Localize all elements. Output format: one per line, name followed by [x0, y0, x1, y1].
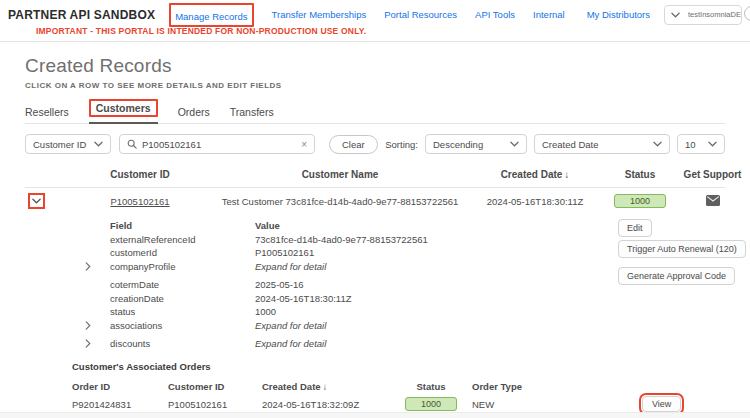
col-order-created-date[interactable]: Created Date↓	[262, 381, 400, 392]
main-nav: Manage Records Transfer Memberships Port…	[169, 3, 565, 27]
detail-field: associations	[110, 319, 255, 333]
sort-by-select[interactable]: Created Date	[534, 134, 670, 154]
chevron-down-icon	[94, 141, 103, 147]
detail-value: 2024-05-16T18:30:11Z	[255, 292, 725, 306]
app-title: PARTNER API SANDBOX	[8, 8, 155, 22]
search-icon	[127, 139, 137, 149]
view-order-button[interactable]: View	[642, 396, 681, 412]
detail-row-associations[interactable]: associations Expand for detail	[85, 319, 725, 333]
customers-tab-highlight: Customers	[89, 99, 158, 117]
sort-direction-select[interactable]: Descending	[425, 134, 527, 154]
customer-row[interactable]: P1005102161 Test Customer 73c81fce-d14b-…	[25, 188, 725, 214]
page-subtitle: CLICK ON A ROW TO SEE MORE DETAILS AND E…	[25, 81, 725, 90]
detail-field: status	[110, 305, 255, 319]
customer-id-link[interactable]: P1005102161	[110, 196, 169, 207]
tab-customers-label: Customers	[96, 102, 151, 114]
detail-field: externalReferenceId	[110, 233, 255, 247]
col-order-id: Order ID	[72, 381, 168, 392]
chevron-down-icon	[671, 12, 680, 18]
orders-table-header: Order ID Customer ID Created Date↓ Statu…	[72, 381, 725, 392]
col-order-status: Status	[400, 381, 462, 392]
get-support-mail-icon[interactable]	[706, 195, 720, 206]
edit-button[interactable]: Edit	[618, 219, 652, 237]
detail-field-col: Field	[110, 219, 255, 233]
clear-button[interactable]: Clear	[329, 135, 378, 154]
distributor-value: testInsomniaDE	[688, 10, 741, 19]
col-customer-name: Customer Name	[215, 169, 465, 180]
main-content: Created Records CLICK ON A ROW TO SEE MO…	[0, 55, 750, 418]
manage-records-highlight: Manage Records	[169, 3, 253, 27]
detail-field: companyProfile	[110, 260, 255, 274]
chevron-down-icon	[510, 141, 519, 147]
tab-transfers[interactable]: Transfers	[230, 106, 274, 123]
sorting-label: Sorting:	[385, 139, 418, 150]
detail-action-buttons: Edit Trigger Auto Renewal (120) Generate…	[618, 219, 746, 285]
detail-row-status: status 1000	[85, 305, 725, 319]
topbar-right: My Distributors testInsomniaDE	[587, 5, 742, 25]
tab-resellers[interactable]: Resellers	[25, 106, 69, 123]
customer-detail-panel: Field Value externalReferenceId 73c81fce…	[85, 219, 725, 351]
tab-orders[interactable]: Orders	[178, 106, 210, 123]
record-type-tabs: Resellers Customers Orders Transfers	[25, 99, 725, 124]
col-order-type: Order Type	[462, 381, 642, 392]
associated-orders-title: Customer's Associated Orders	[72, 361, 725, 372]
col-order-customer-id: Customer ID	[168, 381, 262, 392]
header-divider	[0, 41, 750, 42]
col-created-date-label: Created Date	[501, 169, 563, 180]
detail-row-discounts[interactable]: discounts Expand for detail	[85, 337, 725, 351]
col-created-date[interactable]: Created Date↓	[465, 169, 605, 180]
order-type-cell: NEW	[462, 399, 642, 410]
order-customer-cell: P1005102161	[168, 399, 262, 410]
status-badge: 1000	[405, 397, 457, 411]
sort-descending-icon: ↓	[564, 169, 569, 180]
generate-approval-code-button[interactable]: Generate Approval Code	[618, 267, 735, 285]
distributor-select[interactable]: testInsomniaDE	[664, 5, 742, 25]
search-field-select[interactable]: Customer ID	[25, 134, 111, 154]
nav-internal[interactable]: Internal	[533, 9, 565, 20]
col-status: Status	[605, 169, 675, 180]
status-badge: 1000	[614, 194, 666, 208]
detail-row-creationDate: creationDate 2024-05-16T18:30:11Z	[85, 292, 725, 306]
sort-direction-value: Descending	[433, 139, 483, 150]
col-order-created-label: Created Date	[262, 381, 321, 392]
page-title: Created Records	[25, 55, 725, 77]
customer-name-cell: Test Customer 73c81fce-d14b-4ad0-9e77-88…	[215, 196, 465, 207]
detail-field: discounts	[110, 337, 255, 351]
chevron-right-icon[interactable]	[85, 319, 110, 333]
chevron-right-icon[interactable]	[85, 260, 110, 274]
clear-search-icon[interactable]: ×	[301, 139, 307, 150]
chevron-right-icon[interactable]	[85, 337, 110, 351]
nav-portal-resources[interactable]: Portal Resources	[384, 9, 457, 20]
detail-value-expandable[interactable]: Expand for detail	[255, 319, 725, 333]
sort-descending-icon: ↓	[323, 381, 328, 392]
chevron-down-icon	[653, 141, 662, 147]
bottom-section-edge	[0, 412, 750, 418]
col-customer-id: Customer ID	[65, 169, 215, 180]
customers-table-header: Customer ID Customer Name Created Date↓ …	[25, 169, 725, 180]
filter-row: Customer ID × Clear Sorting: Descending …	[25, 134, 725, 154]
nav-manage-records[interactable]: Manage Records	[175, 11, 247, 22]
search-field-value: Customer ID	[33, 139, 86, 150]
detail-value: 1000	[255, 305, 725, 319]
row-expander-chevron[interactable]	[28, 193, 45, 209]
col-get-support: Get Support	[675, 169, 750, 180]
nav-transfer-memberships[interactable]: Transfer Memberships	[272, 9, 367, 20]
detail-field: customerId	[110, 246, 255, 260]
trigger-auto-renewal-button[interactable]: Trigger Auto Renewal (120)	[618, 240, 746, 258]
page-size-select[interactable]: 10	[677, 134, 725, 154]
sort-by-value: Created Date	[542, 139, 599, 150]
detail-value-expandable[interactable]: Expand for detail	[255, 337, 725, 351]
non-production-warning: IMPORTANT - THIS PORTAL IS INTENDED FOR …	[36, 26, 750, 36]
top-navigation-bar: PARTNER API SANDBOX Manage Records Trans…	[0, 0, 750, 24]
nav-api-tools[interactable]: API Tools	[475, 9, 515, 20]
order-id-cell: P9201424831	[72, 399, 168, 410]
sorting-controls: Sorting: Descending Created Date 10	[385, 134, 725, 154]
order-created-cell: 2024-05-16T18:32:09Z	[262, 399, 400, 410]
search-box: ×	[119, 134, 315, 154]
my-distributors-link[interactable]: My Distributors	[587, 9, 650, 20]
tab-customers[interactable]: Customers	[89, 99, 158, 124]
profile-icon[interactable]	[744, 6, 750, 21]
search-input[interactable]	[142, 139, 296, 150]
customer-created-cell: 2024-05-16T18:30:11Z	[465, 196, 605, 207]
detail-field: creationDate	[110, 292, 255, 306]
